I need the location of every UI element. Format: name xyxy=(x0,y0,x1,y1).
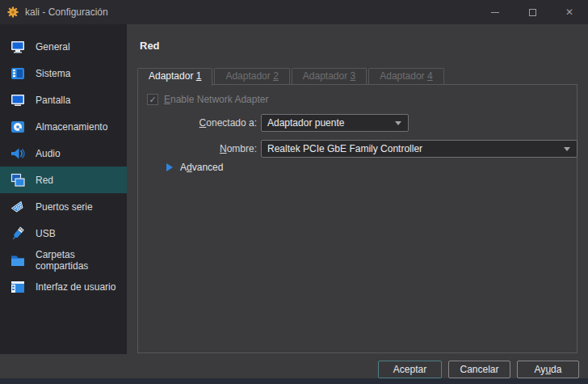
help-button[interactable]: Ayuda xyxy=(517,361,579,378)
tab-adaptador-2[interactable]: Adaptador 2 xyxy=(214,68,289,84)
sidebar-item-label: USB xyxy=(36,228,56,239)
sidebar-item-label: Red xyxy=(36,175,53,186)
storage-disk-icon xyxy=(9,118,27,136)
accept-button[interactable]: Aceptar xyxy=(378,361,442,378)
adapter-tabs: Adaptador 1 Adaptador 2 Adaptador 3 Adap… xyxy=(137,68,446,85)
usb-icon xyxy=(9,225,27,243)
sidebar-item-carpetas-compartidas[interactable]: Carpetas compartidas xyxy=(0,247,127,273)
sidebar-item-label: General xyxy=(36,41,70,53)
attached-to-dropdown[interactable]: Adaptador puente xyxy=(261,114,409,132)
sidebar-item-label: Sistema xyxy=(36,68,70,79)
window-controls: ✕ xyxy=(477,0,588,24)
sidebar-item-interfaz-de-usuario[interactable]: Interfaz de usuario xyxy=(0,273,127,300)
name-label: Nombre: xyxy=(138,143,257,154)
maximize-button[interactable] xyxy=(514,0,551,24)
sidebar-item-almacenamiento[interactable]: Almacenamiento xyxy=(0,113,127,140)
enable-adapter-row: ✓ Enable Network Adapter xyxy=(147,94,268,105)
settings-gear-icon xyxy=(6,6,19,19)
cancel-button[interactable]: Cancelar xyxy=(448,361,510,378)
titlebar: kali - Configuración ✕ xyxy=(0,0,588,24)
attached-to-value: Adaptador puente xyxy=(267,117,344,129)
close-button[interactable]: ✕ xyxy=(551,0,588,24)
adapter-panel: ✓ Enable Network Adapter Conectado a: Ad… xyxy=(137,84,578,353)
sidebar-item-pantalla[interactable]: Pantalla xyxy=(0,87,127,113)
page-title: Red xyxy=(140,40,160,52)
close-icon: ✕ xyxy=(565,7,573,17)
sidebar-item-sistema[interactable]: Sistema xyxy=(0,60,127,87)
sidebar-item-label: Puertos serie xyxy=(36,201,93,213)
enable-network-adapter-checkbox[interactable]: ✓ xyxy=(147,94,158,105)
checkmark-icon: ✓ xyxy=(149,95,156,104)
bottom-edge-strip xyxy=(0,378,588,384)
adapter-name-value: Realtek PCIe GbE Family Controller xyxy=(267,143,422,154)
sidebar-item-label: Audio xyxy=(36,148,61,159)
sidebar-item-label: Interfaz de usuario xyxy=(36,281,116,293)
window-title: kali - Configuración xyxy=(25,6,108,18)
sidebar-item-label: Almacenamiento xyxy=(36,121,107,133)
audio-speaker-icon xyxy=(9,145,27,162)
settings-sidebar: General Sistema Pantalla Almacenamiento xyxy=(0,24,127,354)
network-icon xyxy=(9,171,27,189)
user-interface-icon xyxy=(9,278,27,296)
chevron-down-icon xyxy=(395,121,401,125)
vm-settings-dialog: { "window": { "title": "kali - Configura… xyxy=(0,0,588,384)
sidebar-item-label: Carpetas compartidas xyxy=(36,249,127,272)
adapter-name-dropdown[interactable]: Realtek PCIe GbE Family Controller xyxy=(261,140,578,158)
advanced-toggle[interactable]: Advanced xyxy=(166,162,223,173)
monitor-icon xyxy=(9,38,27,56)
display-icon xyxy=(9,91,27,109)
advanced-label: Advanced xyxy=(180,162,223,173)
sidebar-item-general[interactable]: General xyxy=(0,33,127,60)
maximize-icon xyxy=(529,9,536,16)
sidebar-item-audio[interactable]: Audio xyxy=(0,140,127,167)
sidebar-item-usb[interactable]: USB xyxy=(0,220,127,247)
connected-to-label: Conectado a: xyxy=(138,117,257,129)
system-chip-icon xyxy=(9,65,27,82)
help-button-label: Ayuda xyxy=(535,364,562,375)
sidebar-item-red[interactable]: Red xyxy=(0,167,127,193)
sidebar-item-label: Pantalla xyxy=(36,95,70,106)
expand-arrow-icon xyxy=(166,163,173,171)
shared-folder-icon xyxy=(9,251,27,269)
serial-port-icon xyxy=(9,198,27,216)
enable-network-adapter-label: Enable Network Adapter xyxy=(164,94,268,105)
minimize-button[interactable] xyxy=(477,0,514,24)
sidebar-item-puertos-serie[interactable]: Puertos serie xyxy=(0,193,127,220)
chevron-down-icon xyxy=(564,147,570,151)
tab-adaptador-1[interactable]: Adaptador 1 xyxy=(137,68,212,86)
tab-adaptador-4[interactable]: Adaptador 4 xyxy=(368,68,443,84)
minimize-icon xyxy=(491,12,499,13)
tab-adaptador-3[interactable]: Adaptador 3 xyxy=(292,68,367,84)
